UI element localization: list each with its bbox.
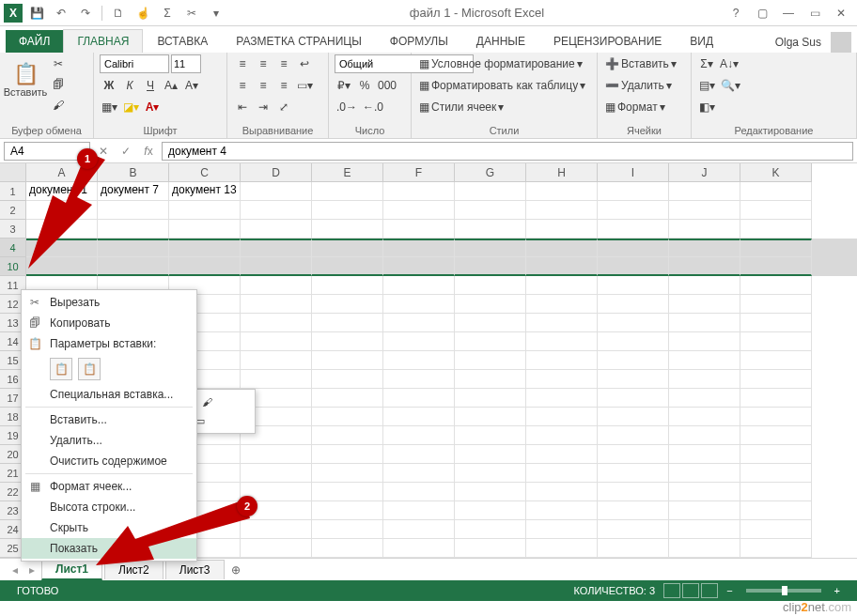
cell[interactable] <box>740 539 812 558</box>
cell[interactable] <box>669 464 740 483</box>
cell[interactable] <box>669 483 740 501</box>
cell[interactable] <box>383 314 455 332</box>
cell[interactable] <box>383 351 455 370</box>
cell[interactable] <box>740 295 812 314</box>
cell[interactable] <box>526 351 598 370</box>
increase-decimal-icon[interactable]: .0→ <box>335 98 359 116</box>
align-center-icon[interactable]: ≡ <box>254 76 273 95</box>
cell[interactable] <box>312 408 383 426</box>
cell[interactable] <box>669 351 740 370</box>
cell[interactable] <box>312 520 383 539</box>
fill-color-button[interactable]: ◪▾ <box>121 98 141 116</box>
tab-formulas[interactable]: ФОРМУЛЫ <box>376 29 462 53</box>
cell[interactable] <box>598 351 669 370</box>
cell[interactable] <box>455 520 526 539</box>
cell[interactable] <box>312 370 383 389</box>
cell[interactable] <box>598 445 669 464</box>
cell[interactable] <box>598 408 669 426</box>
menu-clear-contents[interactable]: Очистить содержимое <box>22 451 196 471</box>
col-header[interactable]: F <box>383 163 455 182</box>
cell[interactable] <box>526 426 598 445</box>
conditional-formatting-button[interactable]: ▦ Условное форматирование ▾ <box>417 54 591 73</box>
cell[interactable] <box>669 520 740 539</box>
cell[interactable] <box>455 370 526 389</box>
col-header[interactable]: J <box>669 163 740 182</box>
qat-dropdown-icon[interactable]: ▾ <box>206 3 226 23</box>
col-header[interactable]: I <box>598 163 669 182</box>
new-icon[interactable]: 🗋 <box>108 3 129 23</box>
cell[interactable] <box>598 539 669 558</box>
cell[interactable] <box>598 426 669 445</box>
close-icon[interactable]: ✕ <box>829 4 853 23</box>
delete-cells-button[interactable]: ➖ Удалить ▾ <box>603 76 674 95</box>
cell[interactable] <box>312 314 383 332</box>
cell[interactable] <box>740 426 812 445</box>
cell[interactable] <box>526 276 598 295</box>
save-icon[interactable]: 💾 <box>26 3 47 23</box>
cell[interactable] <box>455 332 526 351</box>
align-bottom-icon[interactable]: ≡ <box>274 54 293 73</box>
menu-paste-special[interactable]: Специальная вставка... <box>22 384 196 405</box>
tab-insert[interactable]: ВСТАВКА <box>143 29 222 53</box>
col-header[interactable]: C <box>169 163 241 182</box>
cell[interactable] <box>312 295 383 314</box>
cell[interactable] <box>455 426 526 445</box>
formula-input[interactable] <box>162 142 853 161</box>
cell[interactable] <box>740 370 812 389</box>
cell[interactable] <box>241 295 312 314</box>
menu-delete[interactable]: Удалить... <box>22 430 196 451</box>
paste-button[interactable]: 📋 Вставить <box>6 54 45 105</box>
cell[interactable] <box>598 370 669 389</box>
font-color-button[interactable]: A▾ <box>143 98 162 116</box>
confirm-formula-icon[interactable]: ✓ <box>117 142 135 161</box>
cell[interactable] <box>740 483 812 501</box>
cell[interactable] <box>383 501 455 520</box>
cell[interactable] <box>312 276 383 295</box>
cell[interactable] <box>669 370 740 389</box>
tab-view[interactable]: ВИД <box>676 29 727 53</box>
cell[interactable] <box>383 426 455 445</box>
cell[interactable] <box>383 445 455 464</box>
minimize-icon[interactable]: — <box>776 4 801 23</box>
thousands-icon[interactable]: 000 <box>376 76 398 95</box>
maximize-icon[interactable]: ▭ <box>802 4 827 23</box>
cell[interactable] <box>383 408 455 426</box>
sheet-nav-next-icon[interactable]: ▸ <box>24 562 39 578</box>
cell[interactable] <box>669 426 740 445</box>
italic-button[interactable]: К <box>120 76 139 95</box>
cell[interactable] <box>455 464 526 483</box>
col-header[interactable]: G <box>455 163 526 182</box>
cell[interactable] <box>669 276 740 295</box>
cell[interactable] <box>312 332 383 351</box>
help-icon[interactable]: ? <box>724 4 748 23</box>
cell[interactable] <box>740 314 812 332</box>
cell[interactable] <box>383 389 455 408</box>
cell[interactable] <box>526 389 598 408</box>
cell[interactable] <box>669 539 740 558</box>
cell[interactable] <box>526 501 598 520</box>
cell[interactable] <box>241 370 312 389</box>
insert-cells-button[interactable]: ➕ Вставить ▾ <box>603 54 678 73</box>
menu-format-cells[interactable]: ▦Формат ячеек... <box>22 476 196 497</box>
cell[interactable] <box>598 314 669 332</box>
borders-button[interactable]: ▦▾ <box>100 98 119 116</box>
cell[interactable] <box>598 501 669 520</box>
zoom-in-icon[interactable]: + <box>834 585 840 596</box>
clear-icon[interactable]: ◧▾ <box>697 98 717 116</box>
col-header[interactable]: D <box>241 163 312 182</box>
cell[interactable] <box>455 445 526 464</box>
col-header[interactable]: H <box>526 163 598 182</box>
cell[interactable] <box>526 539 598 558</box>
align-left-icon[interactable]: ≡ <box>233 76 252 95</box>
orientation-icon[interactable]: ⤢ <box>274 98 293 116</box>
cell[interactable] <box>383 483 455 501</box>
percent-icon[interactable]: % <box>355 76 374 95</box>
autosum-icon[interactable]: Σ▾ <box>697 54 716 73</box>
cell[interactable] <box>241 314 312 332</box>
redo-icon[interactable]: ↷ <box>75 3 96 23</box>
tab-data[interactable]: ДАННЫЕ <box>462 29 539 53</box>
ribbon-options-icon[interactable]: ▢ <box>750 4 774 23</box>
menu-cut[interactable]: ✂Вырезать <box>22 292 196 313</box>
tab-review[interactable]: РЕЦЕНЗИРОВАНИЕ <box>539 29 676 53</box>
cell[interactable] <box>740 351 812 370</box>
